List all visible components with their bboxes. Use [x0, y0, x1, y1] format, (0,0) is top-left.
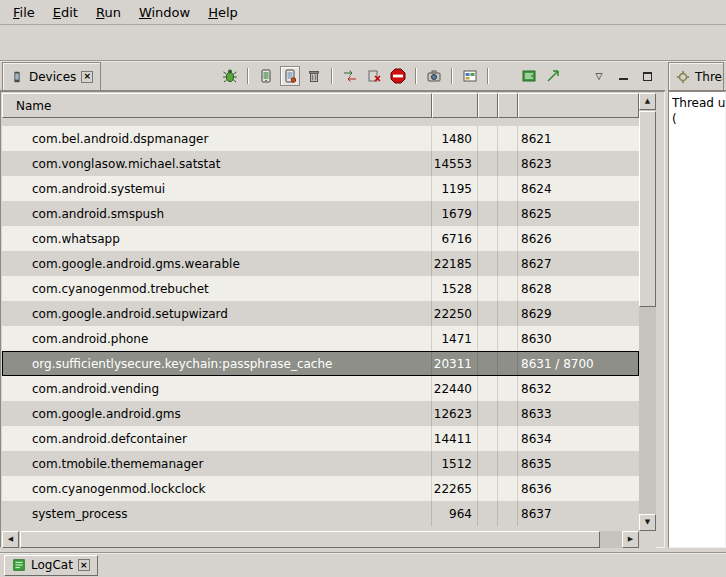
process-name: com.cyanogenmod.lockclock — [2, 476, 432, 501]
scroll-down-icon[interactable]: ▼ — [639, 514, 656, 531]
table-row[interactable]: com.whatsapp 6716 8626 — [2, 226, 639, 251]
process-port: 8631 / 8700 — [518, 351, 639, 376]
process-port: 8621 — [518, 126, 639, 151]
screen-capture-icon[interactable] — [424, 66, 444, 86]
menu-help[interactable]: Help — [199, 2, 247, 23]
process-pid: 6716 — [432, 226, 478, 251]
process-name: com.whatsapp — [2, 226, 432, 251]
view-menu-icon[interactable]: ▽ — [589, 66, 609, 86]
process-pid: 14553 — [432, 151, 478, 176]
process-name: com.tmobile.thememanager — [2, 451, 432, 476]
toolbar-separator — [331, 68, 333, 84]
maximize-icon[interactable] — [637, 66, 657, 86]
table-row[interactable]: com.android.smspush 1679 8625 — [2, 201, 639, 226]
table-row[interactable]: com.google.android.setupwizard 22250 862… — [2, 301, 639, 326]
process-pid: 14411 — [432, 426, 478, 451]
horizontal-scroll-thumb[interactable] — [20, 531, 600, 548]
cause-gc-icon[interactable] — [304, 66, 324, 86]
update-threads-icon[interactable] — [340, 66, 360, 86]
spacer-cell — [478, 351, 498, 376]
gear-icon — [676, 70, 690, 84]
scroll-left-icon[interactable]: ◀ — [2, 531, 19, 548]
empty-toolbar-strip — [0, 25, 726, 61]
spacer-cell — [498, 376, 518, 401]
device-icon — [10, 70, 24, 84]
table-row[interactable]: com.vonglasow.michael.satstat 14553 8623 — [2, 151, 639, 176]
dump-hprof-icon[interactable] — [280, 66, 300, 86]
menu-window[interactable]: Window — [130, 2, 199, 23]
tab-devices[interactable]: Devices × — [2, 62, 101, 90]
debug-icon[interactable] — [220, 66, 240, 86]
spacer-cell — [498, 126, 518, 151]
close-icon[interactable]: × — [81, 71, 93, 83]
process-pid: 22185 — [432, 251, 478, 276]
process-pid: 1480 — [432, 126, 478, 151]
table-row[interactable]: com.tmobile.thememanager 1512 8635 — [2, 451, 639, 476]
process-pid: 1512 — [432, 451, 478, 476]
table-row[interactable]: com.google.android.gms.wearable 22185 86… — [2, 251, 639, 276]
threads-message-line: ( — [672, 111, 725, 127]
process-name: com.google.android.setupwizard — [2, 301, 432, 326]
tab-threads[interactable]: Threads — [668, 62, 724, 90]
table-row[interactable]: com.google.android.gms 12623 8633 — [2, 401, 639, 426]
process-pid: 1528 — [432, 276, 478, 301]
spacer-cell — [478, 276, 498, 301]
bottom-bar: LogCat × — [0, 552, 726, 577]
process-name: com.android.phone — [2, 326, 432, 351]
table-row[interactable]: com.android.phone 1471 8630 — [2, 326, 639, 351]
tab-logcat[interactable]: LogCat × — [4, 555, 98, 576]
process-name: com.google.android.gms — [2, 401, 432, 426]
process-name: com.android.defcontainer — [2, 426, 432, 451]
process-name: com.android.vending — [2, 376, 432, 401]
spacer-cell — [498, 476, 518, 501]
method-profiling-icon[interactable] — [543, 66, 563, 86]
menu-edit[interactable]: Edit — [44, 2, 87, 23]
process-name: system_process — [2, 501, 432, 526]
spacer-cell — [498, 151, 518, 176]
update-heap-icon[interactable] — [256, 66, 276, 86]
scroll-up-icon[interactable]: ▲ — [639, 93, 656, 110]
table-row[interactable]: com.android.systemui 1195 8624 — [2, 176, 639, 201]
menu-run[interactable]: Run — [87, 2, 130, 23]
table-row[interactable]: com.android.vending 22440 8632 — [2, 376, 639, 401]
threads-content: Thread up ( — [668, 91, 726, 548]
process-name: com.android.smspush — [2, 201, 432, 226]
main-area: Devices × — [0, 62, 726, 552]
process-name: com.google.android.gms.wearable — [2, 251, 432, 276]
table-row[interactable]: system_process 964 8637 — [2, 501, 639, 526]
process-pid: 22250 — [432, 301, 478, 326]
table-row[interactable]: org.sufficientlysecure.keychain:passphra… — [2, 351, 639, 376]
threads-message-line: Thread up — [672, 95, 725, 111]
horizontal-scrollbar[interactable]: ◀ ▶ — [2, 531, 639, 548]
vertical-scroll-thumb[interactable] — [639, 111, 656, 307]
process-pid: 1471 — [432, 326, 478, 351]
stop-method-profiling-icon[interactable] — [364, 66, 384, 86]
partial-row — [2, 118, 639, 126]
process-pid: 1195 — [432, 176, 478, 201]
spacer-cell — [498, 501, 518, 526]
process-list: com.bel.android.dspmanager 1480 8621 com… — [2, 118, 639, 531]
table-row[interactable]: com.android.defcontainer 14411 8634 — [2, 426, 639, 451]
menu-file[interactable]: File — [4, 2, 44, 23]
spacer-cell — [498, 401, 518, 426]
close-icon[interactable]: × — [78, 559, 90, 571]
process-port: 8634 — [518, 426, 639, 451]
systrace-icon[interactable] — [519, 66, 539, 86]
spacer-cell — [478, 326, 498, 351]
spacer-cell — [478, 151, 498, 176]
column-header-pid — [432, 93, 478, 118]
vertical-scrollbar[interactable]: ▲ ▼ — [639, 93, 656, 531]
scroll-right-icon[interactable]: ▶ — [622, 531, 639, 548]
column-header-name[interactable]: Name — [2, 93, 432, 118]
table-row[interactable]: com.bel.android.dspmanager 1480 8621 — [2, 126, 639, 151]
table-row[interactable]: com.cyanogenmod.trebuchet 1528 8628 — [2, 276, 639, 301]
minimize-icon[interactable] — [613, 66, 633, 86]
spacer-cell — [498, 226, 518, 251]
stop-process-icon[interactable] — [388, 66, 408, 86]
column-header-port — [518, 93, 639, 118]
process-port: 8632 — [518, 376, 639, 401]
table-row[interactable]: com.cyanogenmod.lockclock 22265 8636 — [2, 476, 639, 501]
view-hierarchy-icon[interactable] — [460, 66, 480, 86]
devices-view: Devices × — [0, 62, 665, 550]
process-pid: 22265 — [432, 476, 478, 501]
